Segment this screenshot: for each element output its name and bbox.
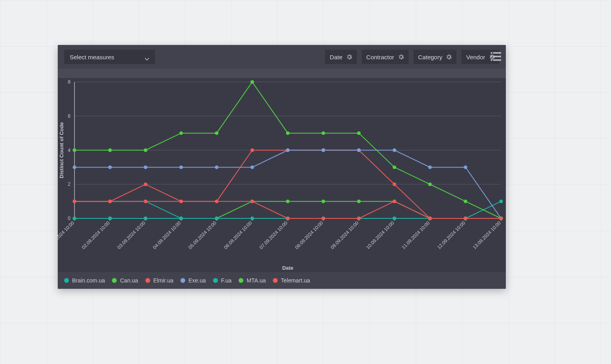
- series-point[interactable]: [73, 148, 76, 152]
- legend-item-label: F.ua: [221, 277, 231, 284]
- x-tick-label: 11.09.2024 10:00: [401, 220, 431, 250]
- x-tick-label: 03.09.2024 10:00: [116, 220, 147, 250]
- series-point[interactable]: [215, 217, 219, 220]
- series-point[interactable]: [357, 217, 361, 220]
- filter-chip-label: Contractor: [366, 54, 394, 60]
- series-point[interactable]: [108, 165, 112, 169]
- filter-chip-category[interactable]: Category: [413, 50, 457, 64]
- series-point[interactable]: [251, 217, 254, 220]
- series-point[interactable]: [393, 183, 396, 186]
- series-point[interactable]: [464, 165, 467, 169]
- series-line: [74, 201, 501, 218]
- series-point[interactable]: [108, 148, 112, 152]
- series-point[interactable]: [215, 165, 219, 169]
- gear-icon: [347, 54, 352, 60]
- series-point[interactable]: [108, 217, 112, 220]
- series-line: [74, 201, 501, 218]
- series-point[interactable]: [464, 217, 467, 220]
- legend-item[interactable]: Telemart.ua: [273, 277, 310, 284]
- filter-chip-label: Date: [330, 54, 343, 60]
- legend-item[interactable]: Elmir.ua: [145, 277, 174, 284]
- y-tick-label: 0: [68, 216, 70, 221]
- series-point[interactable]: [428, 183, 432, 186]
- series-point[interactable]: [144, 200, 147, 203]
- series-point[interactable]: [108, 200, 112, 203]
- gear-icon: [398, 54, 404, 60]
- legend-dot-icon: [239, 278, 243, 283]
- series-point[interactable]: [73, 217, 76, 220]
- series-point[interactable]: [286, 131, 290, 135]
- x-tick-label: 09.09.2024 10:00: [329, 220, 360, 250]
- legend-item[interactable]: Brain.com.ua: [64, 277, 105, 284]
- series-point[interactable]: [428, 165, 432, 169]
- filter-chip-contractor[interactable]: Contractor: [362, 50, 409, 64]
- legend-toggle-icon[interactable]: [491, 52, 501, 61]
- legend-item-label: Brain.com.ua: [72, 277, 105, 284]
- series-point[interactable]: [393, 217, 396, 220]
- series-point[interactable]: [179, 165, 183, 169]
- series-point[interactable]: [286, 217, 290, 220]
- legend-bar: Brain.com.uaCan.uaElmir.uaExe.uaF.uaMTA.…: [58, 272, 506, 289]
- series-point[interactable]: [144, 217, 147, 220]
- series-point[interactable]: [499, 217, 503, 220]
- y-axis-title: Distinct Count of Code: [59, 122, 65, 178]
- series-point[interactable]: [393, 200, 396, 203]
- series-point[interactable]: [251, 148, 254, 152]
- series-point[interactable]: [144, 165, 147, 169]
- series-point[interactable]: [321, 217, 325, 220]
- svg-rect-1: [493, 52, 501, 54]
- legend-dot-icon: [180, 278, 185, 283]
- legend-dot-icon: [273, 278, 278, 283]
- series-point[interactable]: [179, 217, 183, 220]
- series-point[interactable]: [251, 80, 254, 84]
- legend-item-label: Elmir.ua: [153, 277, 174, 284]
- series-point[interactable]: [179, 200, 183, 203]
- series-point[interactable]: [393, 148, 396, 152]
- series-point[interactable]: [73, 200, 76, 203]
- legend-item-label: Telemart.ua: [281, 277, 310, 284]
- series-point[interactable]: [321, 148, 325, 152]
- svg-rect-2: [491, 56, 492, 57]
- legend-dot-icon: [64, 278, 69, 283]
- x-tick-label: 05.09.2024 10:00: [187, 220, 217, 250]
- chart-area: 0246801.09.2024 10:0002.09.2024 10:0003.…: [58, 78, 506, 272]
- series-point[interactable]: [286, 148, 290, 152]
- x-axis-title: Date: [282, 265, 293, 271]
- chart-panel: Select measures DateContractorCategoryVe…: [58, 45, 506, 289]
- legend-item[interactable]: Can.ua: [112, 277, 138, 284]
- series-point[interactable]: [499, 200, 503, 203]
- measures-dropdown[interactable]: Select measures: [64, 50, 155, 64]
- filter-chip-date[interactable]: Date: [325, 50, 357, 64]
- x-tick-label: 12.09.2024 10:00: [436, 220, 466, 250]
- series-point[interactable]: [428, 217, 432, 220]
- series-point[interactable]: [321, 200, 325, 203]
- gear-icon: [446, 54, 452, 60]
- legend-dot-icon: [213, 278, 218, 283]
- series-point[interactable]: [215, 200, 219, 203]
- series-point[interactable]: [251, 200, 254, 203]
- series-point[interactable]: [215, 131, 219, 135]
- series-point[interactable]: [357, 200, 361, 203]
- y-tick-label: 4: [68, 148, 70, 153]
- legend-item[interactable]: MTA.ua: [239, 277, 266, 284]
- series-line: [74, 201, 501, 218]
- series-point[interactable]: [251, 165, 254, 169]
- series-point[interactable]: [179, 131, 183, 135]
- series-point[interactable]: [464, 200, 467, 203]
- series-point[interactable]: [144, 183, 147, 186]
- y-tick-label: 2: [68, 181, 70, 187]
- series-point[interactable]: [393, 165, 396, 169]
- series-point[interactable]: [73, 165, 76, 169]
- x-tick-label: 06.09.2024 10:00: [223, 220, 253, 250]
- line-chart: 0246801.09.2024 10:0002.09.2024 10:0003.…: [58, 78, 506, 272]
- series-point[interactable]: [144, 148, 147, 152]
- legend-item[interactable]: Exe.ua: [180, 277, 206, 284]
- legend-dot-icon: [145, 278, 150, 283]
- legend-item[interactable]: F.ua: [213, 277, 231, 284]
- series-point[interactable]: [357, 131, 361, 135]
- series-point[interactable]: [357, 148, 361, 152]
- measures-dropdown-label: Select measures: [70, 54, 114, 60]
- series-point[interactable]: [321, 131, 325, 135]
- toolbar: Select measures DateContractorCategoryVe…: [58, 45, 506, 69]
- series-point[interactable]: [286, 200, 290, 203]
